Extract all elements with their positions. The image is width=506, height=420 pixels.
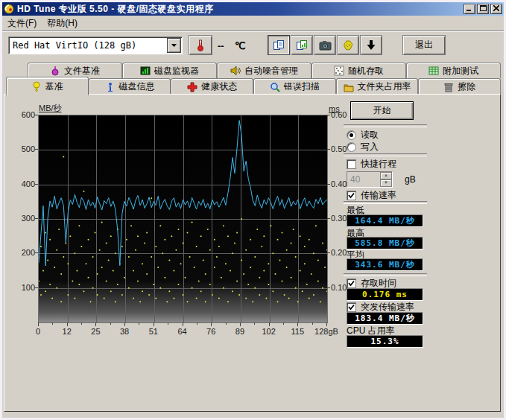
toolbar: Red Hat VirtIO (128 gB) -- ℃ — [2, 32, 504, 60]
read-radio[interactable] — [347, 130, 356, 140]
temperature-value: -- — [218, 40, 224, 51]
hand-icon — [342, 39, 354, 51]
tab-folder-usage[interactable]: 文件夹占用率 — [336, 78, 419, 95]
x-axis-minor-tick — [312, 322, 313, 325]
exit-button[interactable]: 退出 — [402, 35, 446, 55]
copy-image-icon — [296, 39, 308, 51]
folder-icon — [344, 82, 354, 92]
save-results-button[interactable] — [337, 35, 359, 55]
drive-select-value: Red Hat VirtIO (128 gB) — [13, 40, 167, 51]
tab-auto-acoustic[interactable]: 自动噪音管理 — [217, 63, 311, 78]
burst-rate-value: 183.4 MB/秒 — [347, 312, 423, 325]
magnifier-icon — [270, 82, 280, 92]
y-axis-tick — [35, 287, 38, 288]
trash-icon — [443, 82, 454, 92]
short-stroke-checkbox[interactable] — [347, 159, 356, 169]
access-time-checkbox[interactable] — [347, 279, 356, 288]
down-arrow-icon — [366, 39, 376, 51]
y-axis-tick-label: 300 — [4, 214, 35, 223]
read-label: 读取 — [361, 129, 379, 141]
x-axis-minor-tick — [110, 322, 111, 325]
speaker-icon — [230, 66, 241, 76]
y-axis-tick-label: 0.10 — [331, 283, 347, 292]
tab-health[interactable]: 健康状态 — [171, 78, 253, 95]
x-axis-tick — [211, 322, 212, 326]
tab-disk-monitor[interactable]: 磁盘监视器 — [122, 63, 217, 78]
y-axis-tick-label: 600 — [4, 110, 35, 119]
menu-file[interactable]: 文件(F) — [2, 16, 42, 31]
x-axis-tick — [240, 322, 241, 326]
tab-file-benchmark[interactable]: 文件基准 — [28, 63, 122, 78]
maximize-button[interactable] — [477, 4, 489, 14]
tab-extra-tests[interactable]: 附加测试 — [406, 63, 501, 78]
write-radio-row: 写入 — [347, 141, 379, 153]
x-axis-tick-label: 128gB — [309, 327, 344, 336]
download-arrow-button[interactable] — [360, 35, 382, 55]
short-stroke-label: 快捷行程 — [361, 158, 396, 171]
y-axis-tick-label: 500 — [4, 144, 35, 153]
separator — [344, 273, 427, 276]
write-radio[interactable] — [347, 142, 356, 152]
x-axis-minor-tick — [168, 322, 168, 325]
benchmark-panel: MB/秒 ms 6005004003002001000.600.500.400.… — [4, 94, 501, 412]
info-icon — [105, 82, 116, 92]
y-axis-tick-label: 0.40 — [331, 179, 347, 188]
menu-help[interactable]: 帮助(H) — [42, 16, 83, 31]
separator — [344, 124, 427, 127]
x-axis-tick — [326, 322, 327, 326]
short-stroke-value: 40 — [347, 172, 380, 187]
tab-benchmark[interactable]: 基准 — [6, 77, 89, 95]
read-radio-row: 读取 — [347, 129, 379, 141]
camera-icon — [319, 40, 332, 51]
close-button[interactable] — [490, 4, 502, 14]
dropdown-arrow-icon[interactable] — [167, 38, 181, 53]
x-axis-tick — [95, 322, 96, 326]
title-bar: HD Tune 专业版 5.50 - 硬盘/固态硬盘实用程序 — [2, 2, 504, 16]
copy-text-button[interactable] — [268, 35, 290, 55]
x-axis-minor-tick — [81, 322, 82, 325]
thermometer-icon — [195, 39, 206, 52]
average-value: 343.6 MB/秒 — [347, 258, 423, 271]
y-axis-tick — [327, 184, 330, 185]
short-stroke-spinner: 40 ▲ ▼ — [347, 171, 393, 188]
spinner-up-icon: ▲ — [380, 172, 392, 179]
extra-tests-icon — [428, 66, 439, 76]
x-axis-minor-tick — [52, 322, 53, 325]
benchmark-chart — [38, 115, 328, 323]
random-access-icon — [334, 66, 344, 76]
window-inner: HD Tune 专业版 5.50 - 硬盘/固态硬盘实用程序 文件(F) 帮助(… — [2, 2, 504, 418]
x-axis-minor-tick — [197, 322, 197, 325]
short-stroke-unit: gB — [405, 174, 416, 185]
screenshot-button[interactable] — [314, 35, 336, 55]
tab-row-main: 基准 磁盘信息 健康状态 错误扫描 — [6, 78, 501, 95]
x-axis-tick — [124, 322, 125, 326]
menu-bar: 文件(F) 帮助(H) — [2, 16, 504, 31]
temperature-button[interactable] — [189, 35, 212, 55]
drive-select[interactable]: Red Hat VirtIO (128 gB) — [8, 36, 183, 54]
y-axis-tick — [327, 115, 330, 115]
x-axis-tick — [297, 322, 298, 326]
write-label: 写入 — [361, 141, 379, 153]
y-axis-tick — [327, 149, 330, 150]
y-axis-tick-label: 400 — [4, 179, 35, 188]
y-axis-tick-label: 0.30 — [331, 214, 347, 223]
access-time-value: 0.176 ms — [347, 288, 423, 301]
burst-rate-checkbox[interactable] — [347, 302, 356, 312]
x-axis-tick — [183, 322, 183, 326]
y-axis-tick-label: 0.60 — [331, 110, 347, 119]
y-axis-tick-label: 0.50 — [331, 144, 347, 153]
y-axis-tick — [35, 149, 38, 150]
tab-erase[interactable]: 擦除 — [418, 78, 501, 95]
minimize-button[interactable] — [464, 4, 475, 14]
x-axis-minor-tick — [139, 322, 139, 325]
cpu-usage-value: 15.3% — [347, 335, 423, 348]
transfer-rate-checkbox[interactable] — [347, 191, 356, 200]
start-button[interactable]: 开始 — [350, 101, 414, 120]
window-title: HD Tune 专业版 5.50 - 硬盘/固态硬盘实用程序 — [17, 3, 213, 16]
short-stroke-row: 快捷行程 — [347, 158, 396, 171]
tab-disk-info[interactable]: 磁盘信息 — [89, 78, 171, 95]
tab-random-access[interactable]: 随机存取 — [311, 63, 406, 78]
y-axis-tick-label: 0.20 — [331, 248, 347, 257]
tab-error-scan[interactable]: 错误扫描 — [253, 78, 336, 95]
copy-image-button[interactable] — [291, 35, 313, 55]
